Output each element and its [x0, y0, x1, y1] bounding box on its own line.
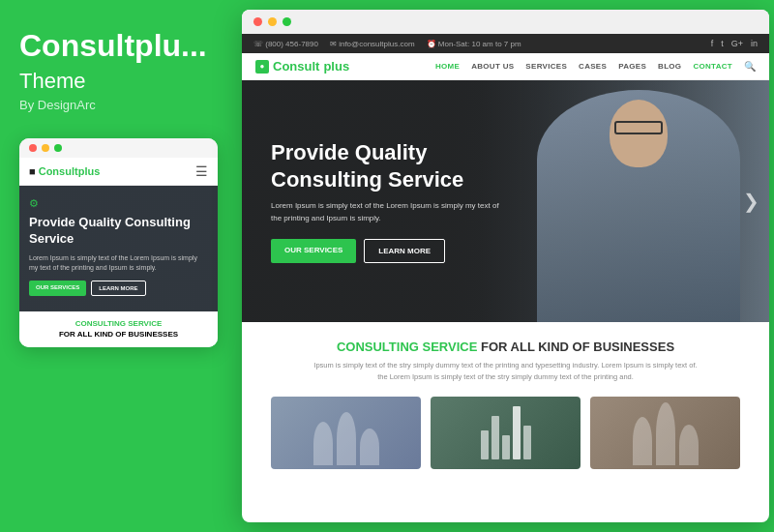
mobile-hero-desc: Lorem Ipsum is simply text of the Lorem …	[29, 253, 208, 273]
card-fig	[656, 402, 675, 465]
mobile-gear-icon: ⚙	[29, 197, 208, 210]
theme-author: By DesignArc	[19, 98, 96, 112]
nav-contact[interactable]: CONTACT	[693, 62, 732, 71]
hero-btn-learn[interactable]: LEARN MORE	[364, 239, 445, 263]
bar-2	[491, 416, 499, 459]
nav-blog[interactable]: BLOG	[658, 62, 681, 71]
phone-text: ☏ (800) 456-7890	[253, 40, 318, 48]
mobile-logo-text1: Consult	[39, 165, 78, 177]
hero-btn-services[interactable]: OUR SERVICES	[271, 239, 356, 263]
theme-subtitle: Theme	[19, 69, 85, 94]
bar-5	[523, 426, 531, 459]
mobile-dot-green	[54, 144, 62, 152]
nav-home[interactable]: HOME	[435, 62, 460, 71]
desktop-address-bar: ☏ (800) 456-7890 ✉ info@consultplus.com …	[242, 34, 769, 53]
mobile-mockup: ■ Consultplus ☰ ⚙ Provide Quality Consul…	[19, 138, 218, 347]
hero-content: Provide Quality Consulting Service Lorem…	[242, 139, 532, 263]
card-fig	[337, 412, 356, 465]
card-figures-2	[431, 397, 580, 469]
bar-4	[513, 406, 521, 459]
desk-dot-red	[253, 17, 262, 26]
services-cards	[261, 397, 750, 469]
site-nav-links: HOME ABOUT US SERVICES CASES PAGES BLOG …	[435, 61, 756, 72]
person-glasses	[614, 121, 663, 134]
address-left: ☏ (800) 456-7890 ✉ info@consultplus.com …	[253, 40, 521, 48]
mobile-dot-red	[29, 144, 37, 152]
services-title-green: CONSULTING SERVICE	[337, 340, 477, 354]
logo-text2: plus	[323, 59, 349, 74]
nav-pages[interactable]: PAGES	[618, 62, 646, 71]
mobile-btn-learn[interactable]: LEARN MORE	[91, 281, 145, 296]
linkedin-icon[interactable]: in	[751, 39, 758, 48]
mobile-dot-yellow	[42, 144, 49, 152]
mobile-hero: ⚙ Provide Quality Consulting Service Lor…	[19, 186, 218, 311]
service-card-2	[431, 397, 580, 469]
email-text: ✉ info@consultplus.com	[330, 40, 415, 48]
service-card-3	[590, 397, 740, 469]
mobile-hero-buttons: OUR SERVICES LEARN MORE	[29, 281, 208, 296]
card-fig	[679, 425, 699, 465]
services-section: CONSULTING SERVICE FOR ALL KIND OF BUSIN…	[242, 322, 769, 479]
bar-1	[481, 430, 489, 459]
mobile-bottom-section: CONSULTING SERVICE FOR ALL KIND OF BUSIN…	[19, 311, 218, 347]
hours-text: ⏰ Mon-Sat: 10 am to 7 pm	[427, 40, 521, 48]
mobile-top-bar	[19, 138, 218, 158]
hero-title-line1: Provide Quality	[271, 140, 427, 164]
logo-text1: Consult	[273, 59, 319, 74]
logo-icon: ●	[255, 60, 269, 74]
twitter-icon[interactable]: t	[721, 39, 724, 48]
mobile-bottom-green: CONSULTING SERVICE	[75, 319, 163, 328]
desktop-site-nav: ● Consultplus HOME ABOUT US SERVICES CAS…	[242, 53, 769, 80]
theme-title: Consultplu...	[19, 29, 207, 63]
googleplus-icon[interactable]: G+	[731, 39, 743, 48]
services-title: CONSULTING SERVICE FOR ALL KIND OF BUSIN…	[261, 340, 750, 354]
bar-3	[502, 435, 510, 459]
hero-buttons: OUR SERVICES LEARN MORE	[271, 239, 503, 263]
hero-title-line2: Consulting Service	[271, 167, 463, 192]
card-figures-1	[271, 397, 421, 469]
mobile-hero-title: Provide Quality Consulting Service	[29, 215, 208, 248]
mobile-logo: ■ Consultplus	[29, 165, 100, 177]
mobile-bottom-title: CONSULTING SERVICE FOR ALL KIND OF BUSIN…	[29, 319, 208, 340]
mobile-logo-text2: plus	[78, 165, 101, 177]
services-desc: Ipsum is simply text of the stry simply …	[313, 360, 700, 383]
desktop-mockup: ☏ (800) 456-7890 ✉ info@consultplus.com …	[242, 10, 769, 522]
hero-desc: Lorem Ipsum is simply text of the Lorem …	[271, 200, 503, 225]
mobile-nav: ■ Consultplus ☰	[19, 158, 218, 186]
slider-next-arrow[interactable]: ❯	[743, 190, 759, 213]
card-fig	[360, 429, 379, 465]
mobile-btn-services[interactable]: OUR SERVICES	[29, 281, 86, 296]
desk-dot-yellow	[268, 17, 277, 26]
nav-cases[interactable]: CASES	[579, 62, 607, 71]
site-logo: ● Consultplus	[255, 59, 349, 74]
hero-title: Provide Quality Consulting Service	[271, 139, 503, 192]
nav-services[interactable]: SERVICES	[525, 62, 567, 71]
search-icon[interactable]: 🔍	[744, 61, 756, 72]
card-figures-3	[590, 397, 740, 469]
facebook-icon[interactable]: f	[711, 39, 714, 48]
desk-dot-green	[283, 17, 291, 26]
desktop-hero: Provide Quality Consulting Service Lorem…	[242, 80, 769, 322]
nav-about[interactable]: ABOUT US	[471, 62, 514, 71]
desktop-top-bar	[242, 10, 769, 34]
mobile-bottom-rest: FOR ALL KIND OF BUSINESSES	[59, 330, 178, 339]
hamburger-icon[interactable]: ☰	[195, 163, 208, 179]
left-panel: Consultplu... Theme By DesignArc ■ Consu…	[0, 0, 237, 532]
card-fig	[313, 422, 333, 465]
services-title-rest: FOR ALL KIND OF BUSINESSES	[481, 340, 674, 354]
social-links: f t G+ in	[711, 39, 758, 48]
service-card-1	[271, 397, 421, 469]
card-fig	[633, 417, 652, 465]
